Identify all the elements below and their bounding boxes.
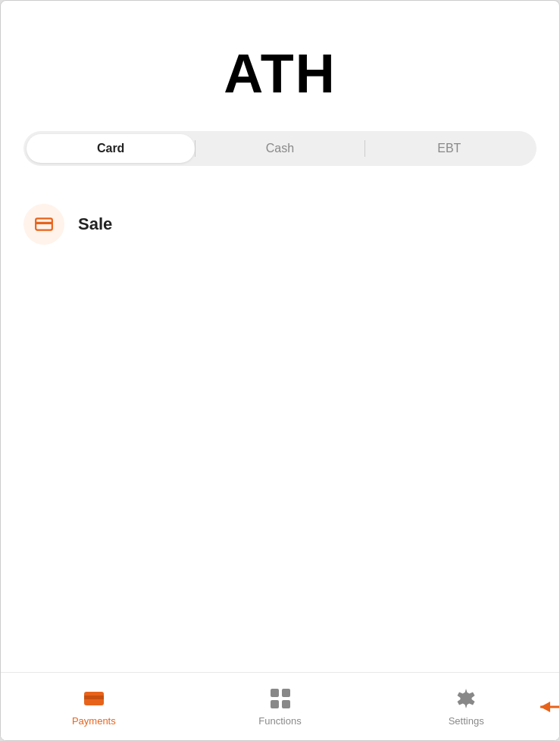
- settings-nav-label: Settings: [449, 715, 484, 727]
- main-content: ATH Card Cash EBT Sale: [1, 1, 559, 672]
- payment-type-tabs: Card Cash EBT: [23, 131, 537, 166]
- svg-marker-10: [540, 702, 550, 712]
- tab-cash[interactable]: Cash: [196, 134, 364, 163]
- bottom-nav: Payments Functions Settings: [1, 672, 559, 740]
- credit-card-icon: [34, 214, 54, 234]
- payments-nav-label: Payments: [72, 715, 116, 727]
- payments-nav-icon: [82, 686, 106, 711]
- sale-item[interactable]: Sale: [23, 196, 537, 252]
- tab-card[interactable]: Card: [27, 134, 195, 163]
- svg-rect-4: [271, 689, 279, 697]
- functions-nav-label: Functions: [258, 715, 301, 727]
- nav-payments[interactable]: Payments: [1, 673, 187, 740]
- functions-nav-icon: [268, 686, 293, 711]
- nav-settings[interactable]: Settings: [373, 673, 559, 740]
- svg-rect-1: [36, 222, 52, 224]
- phone-container: ATH Card Cash EBT Sale Paymen: [0, 0, 560, 741]
- logo-area: ATH: [23, 31, 537, 101]
- settings-nav-icon: [454, 686, 478, 711]
- nav-functions[interactable]: Functions: [187, 673, 374, 740]
- sale-icon-circle: [23, 204, 64, 245]
- sale-label: Sale: [78, 214, 112, 234]
- arrow-indicator: [537, 696, 560, 718]
- tab-ebt[interactable]: EBT: [365, 134, 533, 163]
- app-logo: ATH: [224, 46, 336, 101]
- svg-rect-3: [84, 696, 104, 699]
- arrow-icon: [537, 696, 560, 718]
- svg-rect-6: [271, 700, 279, 708]
- svg-rect-5: [282, 689, 290, 697]
- svg-rect-7: [282, 700, 290, 708]
